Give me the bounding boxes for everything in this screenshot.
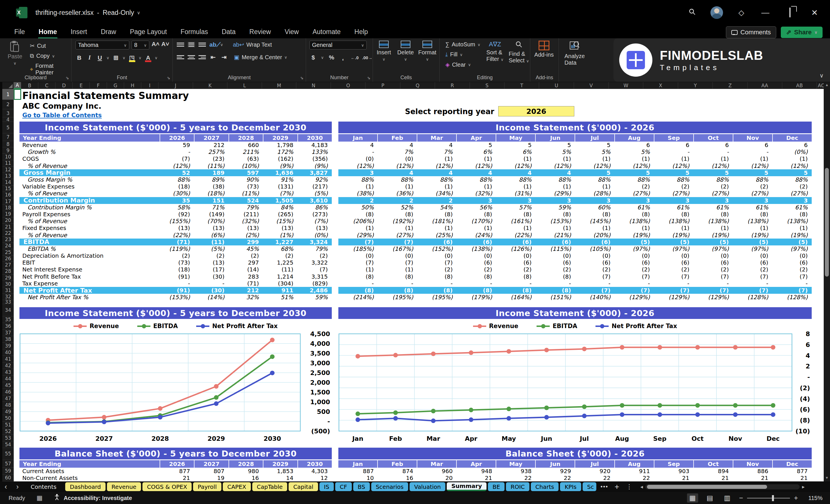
cell[interactable]: (5): [614, 239, 654, 245]
cell[interactable]: 960: [417, 468, 457, 475]
cell[interactable]: (1): [417, 183, 457, 190]
cell[interactable]: 980: [228, 468, 263, 475]
cell[interactable]: -: [417, 280, 457, 287]
row-label[interactable]: Net Profit After Tax: [20, 287, 160, 294]
cell[interactable]: (7): [772, 287, 812, 294]
cell[interactable]: (5%): [297, 190, 332, 197]
cell[interactable]: (7): [733, 287, 772, 294]
sheet-tab-contents[interactable]: Contents: [23, 482, 64, 491]
zoom-slider-thumb[interactable]: [772, 495, 774, 501]
cell[interactable]: (6): [496, 239, 536, 245]
cell[interactable]: 948: [457, 468, 496, 475]
cell[interactable]: (0): [378, 155, 417, 162]
cell[interactable]: -: [654, 280, 693, 287]
cell[interactable]: 59: [160, 141, 194, 149]
underline-button[interactable]: U: [96, 54, 103, 61]
cell[interactable]: 6%: [457, 149, 496, 155]
share-button[interactable]: ⇗ Share ∨: [781, 27, 823, 38]
cell[interactable]: (73): [160, 259, 194, 266]
cell[interactable]: (22%): [160, 232, 194, 239]
cell[interactable]: (97%): [614, 245, 654, 252]
cell[interactable]: (138%): [693, 218, 733, 224]
cell[interactable]: 1,214: [263, 273, 297, 280]
cell[interactable]: (304): [263, 280, 297, 287]
cell[interactable]: (8): [417, 287, 457, 294]
row-header-47[interactable]: 47: [2, 395, 14, 402]
cell[interactable]: 4: [417, 141, 457, 149]
cell[interactable]: (129%): [654, 294, 693, 301]
sheet-tab-revenue[interactable]: Revenue: [107, 482, 141, 491]
row-header-20[interactable]: 20: [2, 217, 14, 224]
increase-indent-icon[interactable]: ⇥: [220, 54, 228, 61]
cell[interactable]: -: [378, 280, 417, 287]
row-header-54[interactable]: 54: [2, 441, 14, 448]
font-color-button[interactable]: A: [145, 54, 152, 61]
cell[interactable]: (181%): [417, 218, 457, 224]
cell[interactable]: 61%: [614, 204, 654, 211]
cell[interactable]: (14%): [194, 294, 228, 301]
cell[interactable]: (34%): [417, 190, 457, 197]
decrease-indent-icon[interactable]: ⇤: [210, 54, 217, 61]
cell[interactable]: (1): [575, 155, 615, 162]
cell[interactable]: (2): [733, 266, 772, 273]
cell[interactable]: (24%): [457, 232, 496, 239]
row-header-38[interactable]: 38: [2, 336, 14, 343]
cell[interactable]: 3: [654, 197, 693, 204]
cell[interactable]: (2): [772, 183, 812, 190]
cell[interactable]: (13): [194, 224, 228, 231]
cell[interactable]: (8): [536, 287, 575, 294]
comma-style-icon[interactable]: ⸲: [339, 54, 347, 61]
cell[interactable]: 16: [228, 475, 263, 481]
cut-button[interactable]: ✂Cut: [28, 42, 71, 50]
cell[interactable]: (1): [378, 266, 417, 273]
cell[interactable]: (8): [536, 211, 575, 218]
cell[interactable]: (1): [693, 155, 733, 162]
cell[interactable]: (21%): [536, 232, 575, 239]
cell[interactable]: 88%: [378, 176, 417, 183]
cell[interactable]: (7): [378, 259, 417, 266]
row-header-2[interactable]: 2: [2, 100, 14, 109]
format-cells-button[interactable]: Format∨: [416, 41, 438, 62]
percent-style-icon[interactable]: %: [328, 54, 335, 61]
row-label[interactable]: % of Revenue: [20, 162, 160, 169]
cell[interactable]: 5: [536, 141, 575, 149]
column-header-AB[interactable]: AB: [782, 82, 817, 89]
cell[interactable]: (12%): [536, 162, 575, 169]
cell[interactable]: (36%): [378, 190, 417, 197]
row-header-60[interactable]: 60: [2, 475, 14, 481]
cell[interactable]: 22: [496, 475, 536, 481]
cell[interactable]: 299: [228, 239, 263, 245]
cell[interactable]: (9%): [297, 162, 332, 169]
cell[interactable]: (8): [654, 211, 693, 218]
sheet-tab-cogs-opex[interactable]: COGS & OPEX: [142, 482, 192, 491]
cell[interactable]: (1): [575, 183, 615, 190]
cell[interactable]: (8): [496, 273, 536, 280]
cell[interactable]: 89%: [194, 176, 228, 183]
row-header-18[interactable]: 18: [2, 204, 14, 211]
zoom-in-icon[interactable]: +: [794, 494, 798, 502]
ribbon-tab-file[interactable]: File: [8, 26, 31, 37]
cell[interactable]: (131): [263, 183, 297, 190]
column-headers[interactable]: ABCDEFGHIJKLMNOPQRSTUVWXYZAAABAC: [14, 82, 824, 89]
cell[interactable]: -: [693, 280, 733, 287]
cell[interactable]: 88%: [496, 176, 536, 183]
row-header-42[interactable]: 42: [2, 363, 14, 369]
cell[interactable]: (8): [536, 273, 575, 280]
cell[interactable]: (8): [457, 211, 496, 218]
chart-plot[interactable]: 4,5004,0003,5003,0002,5002,0001,5001,000…: [20, 330, 332, 442]
row-header-36[interactable]: 36: [2, 323, 14, 329]
cell[interactable]: 6%: [496, 149, 536, 155]
cell[interactable]: (8): [733, 211, 772, 218]
cell[interactable]: (1): [417, 155, 457, 162]
row-label[interactable]: Net Interest Expense: [20, 266, 160, 273]
cell[interactable]: 79%: [297, 245, 332, 252]
sheet-tab-charts[interactable]: Charts: [531, 482, 558, 491]
cell[interactable]: (6): [654, 259, 693, 266]
row-header-23[interactable]: 23: [2, 237, 14, 243]
cell[interactable]: 597: [228, 169, 263, 176]
cell[interactable]: (38): [194, 183, 228, 190]
row-label[interactable]: % of Revenue: [20, 232, 160, 239]
italic-button[interactable]: I: [86, 54, 93, 61]
cell[interactable]: (19%): [654, 232, 693, 239]
cell[interactable]: 4: [536, 169, 575, 176]
